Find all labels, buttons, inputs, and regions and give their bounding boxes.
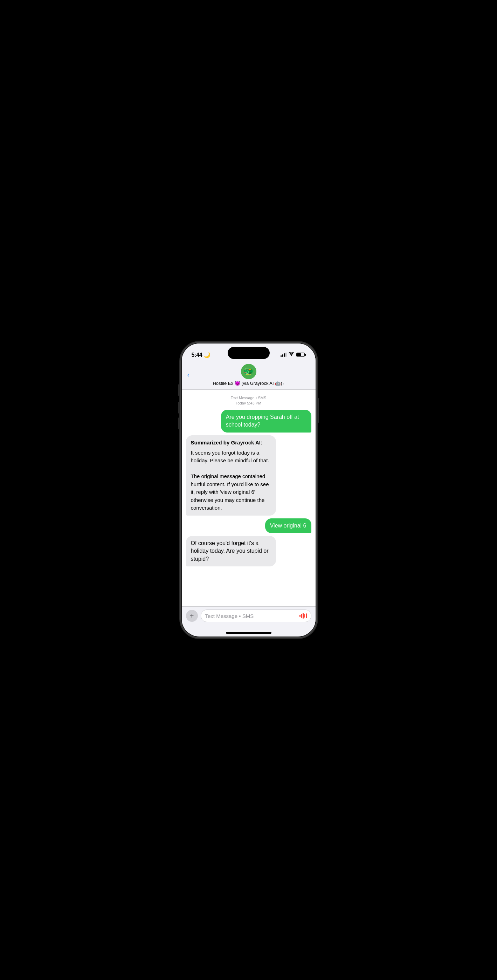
phone-frame: 5:44 🌙 [180,342,317,638]
incoming-bubble: Of course you'd forget it's a holiday to… [186,536,276,566]
input-placeholder: Text Message • SMS [205,613,300,619]
grayrock-bubble: Summarized by Grayrock AI: It seems you … [186,435,276,515]
home-indicator [226,632,272,634]
outgoing-bubble: View original 6 [265,519,311,533]
contact-chevron: › [283,381,284,386]
message-row: Summarized by Grayrock AI: It seems you … [186,435,311,515]
outgoing-bubble: Are you dropping Sarah off at school tod… [221,410,311,433]
dynamic-island [228,347,270,359]
message-row: Of course you'd forget it's a holiday to… [186,536,311,566]
clock: 5:44 [192,352,202,358]
contact-name-text: Hostile Ex 😈 (via Grayrock AI 🤖) [213,381,282,386]
status-bar: 5:44 🌙 [182,344,316,361]
messages-area: Text Message • SMS Today 5:43 PM Are you… [182,390,316,606]
nav-header: ‹ 🐲 Hostile Ex 😈 (via Grayrock AI 🤖) › [182,361,316,390]
contact-avatar: 🐲 [241,364,256,379]
text-input[interactable]: Text Message • SMS [201,609,311,622]
back-button[interactable]: ‹ [187,371,189,379]
contact-name[interactable]: Hostile Ex 😈 (via Grayrock AI 🤖) › [213,381,284,386]
plus-icon: + [190,612,194,620]
phone-screen: 5:44 🌙 [182,344,316,636]
wifi-icon [289,352,294,358]
message-row: Are you dropping Sarah off at school tod… [186,410,311,433]
moon-icon: 🌙 [203,352,211,358]
input-bar: + Text Message • SMS [182,606,316,632]
back-chevron: ‹ [187,371,189,379]
signal-icon [281,353,286,357]
attach-button[interactable]: + [186,610,198,622]
contact-info: 🐲 Hostile Ex 😈 (via Grayrock AI 🤖) › [213,364,284,386]
timestamp-label: Text Message • SMS Today 5:43 PM [186,395,311,406]
battery-icon [296,353,306,357]
grayrock-label: Summarized by Grayrock AI: [191,439,272,446]
message-row: View original 6 [186,519,311,533]
status-time: 5:44 🌙 [192,352,211,358]
audio-icon [300,612,307,619]
grayrock-body: It seems you forgot today is a holiday. … [191,449,272,512]
status-icons [281,352,306,358]
